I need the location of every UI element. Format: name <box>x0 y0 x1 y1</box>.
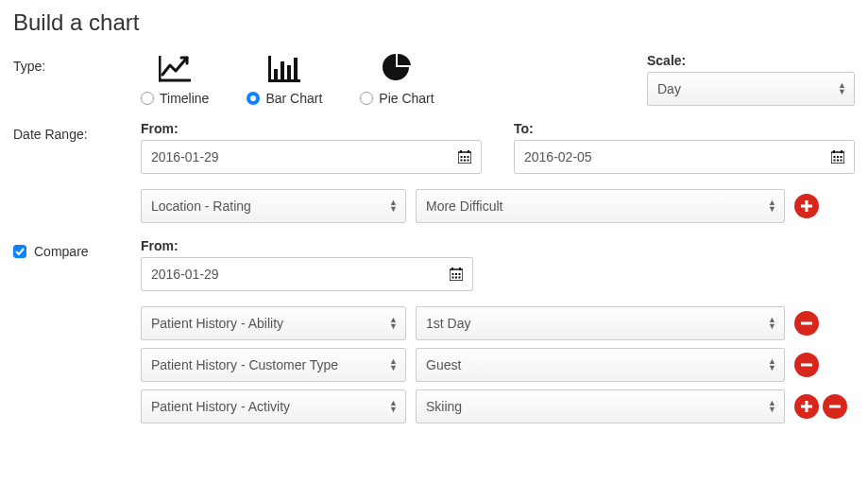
from-date-input[interactable]: 2016-01-29 <box>141 140 482 174</box>
scale-value: Day <box>657 81 681 96</box>
from-label: From: <box>141 121 482 136</box>
from-date-value: 2016-01-29 <box>151 149 219 164</box>
daterange-label: Date Range: <box>13 121 141 142</box>
svg-rect-29 <box>452 273 454 275</box>
filter-field-value: Patient History - Customer Type <box>151 357 338 372</box>
daterange-row: Date Range: From: 2016-01-29 To: 2016-02… <box>13 121 855 223</box>
type-row: Type: Timeline <box>13 53 855 106</box>
select-arrows-icon: ▲▼ <box>768 317 776 330</box>
filter-value-text: 1st Day <box>426 316 470 331</box>
remove-filter-button[interactable] <box>794 353 819 377</box>
chart-type-bar[interactable]: Bar Chart <box>247 56 322 106</box>
svg-rect-13 <box>464 160 466 162</box>
select-arrows-icon: ▲▼ <box>389 400 398 413</box>
chart-type-label: Bar Chart <box>265 91 322 106</box>
svg-rect-14 <box>468 160 469 162</box>
filter-value-text: Guest <box>426 357 461 372</box>
to-date-value: 2016-02-05 <box>524 149 592 164</box>
radio-off-icon <box>141 92 154 105</box>
compare-filter-value[interactable]: Guest ▲▼ <box>416 348 785 382</box>
filter-field-select[interactable]: Location - Rating ▲▼ <box>141 189 406 223</box>
compare-filter-field[interactable]: Patient History - Ability ▲▼ <box>141 306 406 340</box>
svg-rect-33 <box>455 277 457 279</box>
svg-rect-12 <box>461 160 463 162</box>
compare-filter-field[interactable]: Patient History - Activity ▲▼ <box>141 389 406 424</box>
svg-rect-2 <box>274 69 278 79</box>
svg-rect-22 <box>837 160 839 162</box>
compare-from-input[interactable]: 2016-01-29 <box>141 257 473 291</box>
chart-type-label: Timeline <box>160 91 209 106</box>
svg-rect-25 <box>801 205 812 208</box>
compare-from-value: 2016-01-29 <box>151 267 219 282</box>
svg-rect-1 <box>268 79 300 82</box>
svg-rect-28 <box>459 268 461 270</box>
svg-rect-5 <box>294 58 298 79</box>
svg-rect-30 <box>455 273 457 275</box>
compare-from-label: From: <box>141 238 855 253</box>
chart-type-pie[interactable]: Pie Chart <box>360 54 434 106</box>
scale-select[interactable]: Day ▲▼ <box>647 72 855 106</box>
scale-label: Scale: <box>647 53 855 68</box>
radio-on-icon <box>247 92 260 105</box>
svg-rect-9 <box>461 156 463 158</box>
type-label: Type: <box>13 53 141 74</box>
calendar-icon <box>450 268 463 281</box>
select-arrows-icon: ▲▼ <box>389 358 398 372</box>
filter-value-select[interactable]: More Difficult ▲▼ <box>416 189 785 223</box>
add-filter-button[interactable] <box>794 394 819 419</box>
svg-rect-7 <box>460 150 462 153</box>
svg-rect-16 <box>833 150 835 153</box>
svg-rect-35 <box>801 322 812 325</box>
svg-rect-31 <box>459 273 461 275</box>
filter-field-value: Patient History - Activity <box>151 399 290 414</box>
compare-row: Compare From: 2016-01-29 Patient History… <box>13 238 855 424</box>
select-arrows-icon: ▲▼ <box>389 199 398 213</box>
svg-rect-23 <box>841 160 842 162</box>
remove-filter-button[interactable] <box>794 311 819 336</box>
compare-filter-field[interactable]: Patient History - Customer Type ▲▼ <box>141 348 406 382</box>
svg-rect-18 <box>834 156 836 158</box>
compare-checkbox[interactable] <box>13 245 26 258</box>
to-date-input[interactable]: 2016-02-05 <box>514 140 855 174</box>
remove-filter-button[interactable] <box>823 394 847 419</box>
to-label: To: <box>514 121 855 136</box>
svg-rect-11 <box>468 156 469 158</box>
svg-rect-34 <box>459 277 461 279</box>
radio-off-icon <box>360 92 373 105</box>
compare-filter-value[interactable]: 1st Day ▲▼ <box>416 306 785 340</box>
filter-field-value: Patient History - Ability <box>151 316 283 331</box>
svg-rect-32 <box>452 277 454 279</box>
filter-field-value: Location - Rating <box>151 199 251 214</box>
select-arrows-icon: ▲▼ <box>768 199 776 213</box>
svg-rect-21 <box>834 160 836 162</box>
select-arrows-icon: ▲▼ <box>838 82 846 95</box>
svg-rect-20 <box>841 156 842 158</box>
select-arrows-icon: ▲▼ <box>768 358 776 372</box>
svg-rect-39 <box>829 406 841 408</box>
filter-value-text: More Difficult <box>426 199 502 214</box>
svg-rect-3 <box>281 61 284 79</box>
svg-rect-4 <box>287 65 291 79</box>
svg-rect-19 <box>837 156 839 158</box>
calendar-icon <box>831 150 844 164</box>
svg-rect-8 <box>468 150 469 153</box>
svg-rect-17 <box>841 150 842 153</box>
chart-type-label: Pie Chart <box>379 91 434 106</box>
select-arrows-icon: ▲▼ <box>389 317 398 330</box>
bar-chart-icon <box>268 56 300 87</box>
svg-rect-38 <box>801 406 812 408</box>
svg-rect-27 <box>451 268 453 270</box>
compare-label: Compare <box>34 244 89 259</box>
filter-value-text: Skiing <box>426 399 462 414</box>
select-arrows-icon: ▲▼ <box>768 400 776 413</box>
svg-rect-0 <box>268 56 271 82</box>
compare-filter-value[interactable]: Skiing ▲▼ <box>416 389 785 424</box>
svg-rect-36 <box>801 364 812 367</box>
add-filter-button[interactable] <box>794 194 819 218</box>
svg-rect-10 <box>464 156 466 158</box>
chart-type-timeline[interactable]: Timeline <box>141 56 209 106</box>
pie-chart-icon <box>383 54 411 87</box>
page-title: Build a chart <box>13 9 855 36</box>
line-chart-icon <box>159 56 191 87</box>
chart-type-picker: Timeline Bar Chart <box>141 53 434 106</box>
